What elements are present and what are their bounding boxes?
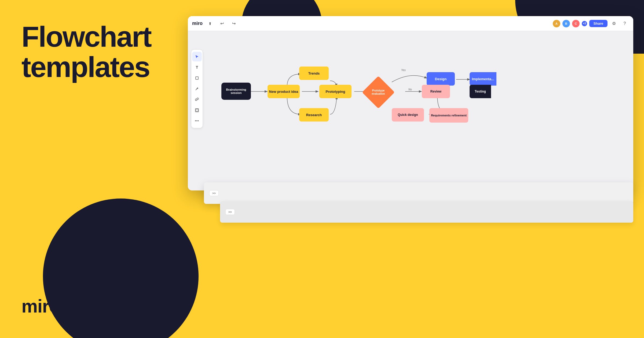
upload-button[interactable]: ⬆ <box>206 19 214 28</box>
frame-tool[interactable] <box>192 105 202 115</box>
svg-rect-4 <box>196 109 198 111</box>
avatar-1: A <box>553 20 560 27</box>
title-line2: templates <box>21 52 164 82</box>
node-prototyping[interactable]: Prototyping <box>319 85 352 98</box>
flowchart: Brainstorming session Trends New product… <box>204 45 620 152</box>
text-tool[interactable]: T <box>192 63 202 72</box>
scroll-right-btn-3[interactable]: >> <box>225 209 235 215</box>
toolbar: miro ⬆ ↩ ↪ A B C +3 Share ⚙ ? <box>188 16 633 31</box>
no-label: No <box>408 88 412 91</box>
node-research[interactable]: Research <box>299 108 329 122</box>
node-review[interactable]: Review <box>422 85 450 98</box>
node-quick-design[interactable]: Quick design <box>392 108 424 122</box>
app-logo: miro <box>192 21 203 26</box>
pen-tool[interactable] <box>192 84 202 94</box>
app-window-3: >> <box>220 201 633 223</box>
svg-rect-0 <box>196 77 198 79</box>
svg-rect-1 <box>195 99 197 101</box>
toolbar-right: A B C +3 Share ⚙ ? <box>553 19 629 28</box>
node-brainstorming[interactable]: Brainstorming session <box>221 83 251 100</box>
help-icon[interactable]: ? <box>620 19 629 28</box>
cursor-tool[interactable] <box>192 52 202 61</box>
node-requirements[interactable]: Requirements refinement <box>429 108 468 123</box>
flowchart-arrows <box>204 45 620 152</box>
more-tools[interactable]: ••• <box>192 116 202 126</box>
settings-icon[interactable]: ⚙ <box>610 19 618 28</box>
app-window-2: >> <box>204 182 633 204</box>
avatar-3: C <box>572 20 580 27</box>
node-trends[interactable]: Trends <box>299 67 329 80</box>
node-testing[interactable]: Testing <box>470 85 491 98</box>
node-prototype-eval[interactable]: Prototype evaluation <box>365 79 392 106</box>
tool-panel: T ••• <box>191 49 203 128</box>
svg-point-2 <box>197 98 199 100</box>
avatar-2: B <box>562 20 570 27</box>
shapes-tool[interactable] <box>192 95 202 104</box>
node-implement[interactable]: Implementa... <box>470 72 496 86</box>
yes-label: Yes <box>401 69 406 72</box>
redo-button[interactable]: ↪ <box>229 19 238 28</box>
title-line1: Flowchart <box>21 21 164 52</box>
app-window: miro ⬆ ↩ ↪ A B C +3 Share ⚙ ? T <box>188 16 633 190</box>
canvas-area[interactable]: T ••• <box>188 31 633 190</box>
sticky-tool[interactable] <box>192 73 202 83</box>
node-new-product-idea[interactable]: New product idea <box>268 85 300 98</box>
node-design[interactable]: Design <box>427 72 455 86</box>
scroll-right-btn-2[interactable]: >> <box>209 190 219 196</box>
collaborator-count: +3 <box>582 21 587 26</box>
main-title: Flowchart templates <box>21 21 164 82</box>
share-button[interactable]: Share <box>589 20 608 27</box>
undo-button[interactable]: ↩ <box>218 19 226 28</box>
toolbar-left: miro ⬆ ↩ ↪ <box>192 19 238 28</box>
